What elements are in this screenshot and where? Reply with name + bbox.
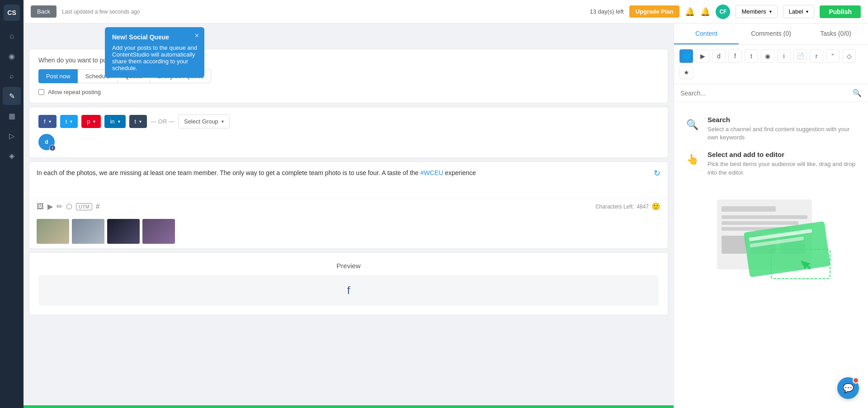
notification-icon[interactable]: 🔔 — [700, 7, 710, 17]
post-card: In each of the photos, we are missing at… — [29, 161, 668, 249]
right-panel: Content Comments (0) Tasks (0/0) 🌐 ▶ d f… — [674, 24, 868, 408]
feature-add-editor: 👆 Select and add to editor Pick the best… — [683, 151, 859, 176]
icon-info[interactable]: i — [777, 49, 791, 63]
icon-flickr[interactable]: ◉ — [761, 49, 774, 63]
icon-document[interactable]: 📄 — [793, 49, 807, 63]
thumb-2[interactable] — [72, 219, 104, 244]
bottom-green-bar — [24, 405, 674, 408]
tooltip-body: Add your posts to the queue and ContentS… — [112, 44, 197, 71]
sidebar-item-publish[interactable]: ▷ — [3, 127, 21, 145]
search-icon[interactable]: 🔍 — [853, 89, 862, 97]
thumb-3[interactable] — [107, 219, 140, 244]
emoji-icon[interactable]: 🙂 — [651, 202, 660, 211]
topbar-left: Back Last updated a few seconds ago — [31, 5, 140, 18]
publish-button[interactable]: Publish — [820, 5, 861, 18]
feature-add-editor-text: Select and add to editor Pick the best i… — [708, 151, 859, 176]
image-icon[interactable]: 🖼 — [37, 203, 44, 211]
right-panel-tabs: Content Comments (0) Tasks (0/0) — [674, 24, 868, 45]
icon-youtube[interactable]: ▶ — [696, 49, 709, 63]
feature-search-title: Search — [708, 116, 859, 123]
feature-add-editor-title: Select and add to editor — [708, 151, 859, 158]
svg-rect-1 — [722, 206, 776, 212]
topbar-right: 13 day(s) left Upgrade Plan 🔔 🔔 CF Membe… — [590, 5, 861, 19]
social-queue-tooltip: × New! Social Queue Add your posts to th… — [105, 27, 204, 78]
chat-fab-button[interactable]: 💬 — [837, 377, 859, 399]
icon-star[interactable]: ★ — [679, 66, 693, 79]
icon-pocket[interactable]: ◇ — [842, 49, 856, 63]
tooltip-close-icon[interactable]: × — [195, 32, 199, 40]
sidebar-item-analytics[interactable]: ◈ — [3, 147, 21, 165]
images-row — [29, 214, 668, 248]
post-text: In each of the photos, we are missing at… — [37, 169, 476, 176]
icon-dailymotion[interactable]: d — [712, 49, 726, 63]
sidebar-item-compose[interactable]: ✎ — [3, 87, 21, 105]
tab-tasks[interactable]: Tasks (0/0) — [803, 24, 868, 44]
thumb-1[interactable] — [37, 219, 69, 244]
allow-repeat-label[interactable]: Allow repeat posting — [38, 89, 659, 95]
account-avatar[interactable]: d f — [38, 134, 55, 150]
main-wrapper: × New! Social Queue Add your posts to th… — [24, 24, 868, 408]
video-icon[interactable]: ▶ — [47, 202, 53, 211]
icon-reddit[interactable]: r — [810, 49, 823, 63]
twitter-button[interactable]: t — [60, 115, 78, 128]
sidebar-item-home[interactable]: ⌂ — [3, 27, 21, 45]
notification-bell-icon[interactable]: 🔔 — [685, 7, 695, 17]
add-editor-icon: 👆 — [683, 151, 701, 169]
social-row: f t p in t — OR — Select Group — [38, 114, 659, 128]
label-button[interactable]: Label — [783, 5, 815, 18]
search-input[interactable] — [680, 90, 849, 97]
post-hashtag: #WCEU — [420, 169, 443, 176]
days-left-text: 13 day(s) left — [590, 8, 623, 15]
logo-text: CS — [7, 9, 16, 16]
social-or-text: — OR — — [151, 118, 175, 125]
upgrade-button[interactable]: Upgrade Plan — [629, 5, 680, 18]
utm-badge[interactable]: UTM — [76, 203, 92, 210]
search-feature-icon: 🔍 — [683, 116, 701, 134]
tab-content[interactable]: Content — [674, 24, 739, 44]
icon-globe[interactable]: 🌐 — [679, 49, 693, 63]
sidebar-logo[interactable]: CS — [4, 5, 20, 21]
svg-rect-3 — [722, 221, 798, 225]
chat-fab-badge — [853, 377, 859, 384]
chars-left-area: Characters Left: 4847 🙂 — [595, 202, 660, 211]
sidebar-item-discover[interactable]: ◉ — [3, 47, 21, 65]
tab-comments[interactable]: Comments (0) — [739, 24, 803, 44]
feature-add-editor-desc: Pick the best items your audience will l… — [708, 160, 859, 176]
content-icons: 🌐 ▶ d f t ◉ i 📄 r " ◇ ★ — [674, 45, 868, 84]
link-icon[interactable]: ⬡ — [66, 202, 72, 211]
topbar: Back Last updated a few seconds ago 13 d… — [24, 0, 868, 24]
content-illustration — [708, 190, 835, 285]
sidebar-item-calendar[interactable]: ▦ — [3, 107, 21, 125]
icon-quote[interactable]: " — [826, 49, 840, 63]
thumb-4[interactable] — [142, 219, 175, 244]
sidebar-item-search[interactable]: ⌕ — [3, 67, 21, 85]
icon-twitter[interactable]: t — [745, 49, 758, 63]
tab-post-now[interactable]: Post now — [38, 69, 78, 83]
facebook-button[interactable]: f — [38, 115, 57, 128]
feature-search: 🔍 Search Select a channel and find conte… — [683, 116, 859, 142]
pinterest-button[interactable]: p — [81, 115, 101, 128]
user-avatar[interactable]: CF — [716, 5, 730, 19]
preview-card: Preview f — [29, 252, 668, 315]
pen-icon[interactable]: ✏ — [57, 202, 62, 211]
tooltip-title: New! Social Queue — [112, 33, 197, 41]
tumblr-button[interactable]: t — [129, 115, 147, 128]
members-button[interactable]: Members — [736, 5, 777, 18]
post-toolbar: 🖼 ▶ ✏ ⬡ UTM # Characters Left: 4847 🙂 — [29, 198, 668, 214]
svg-rect-2 — [722, 215, 807, 219]
refresh-icon[interactable]: ↻ — [654, 168, 660, 178]
allow-repeat-checkbox[interactable] — [38, 89, 44, 95]
post-tools: 🖼 ▶ ✏ ⬡ UTM # — [37, 202, 100, 211]
feature-search-desc: Select a channel and find content sugges… — [708, 125, 859, 142]
search-bar: 🔍 — [674, 84, 868, 102]
select-group-button[interactable]: Select Group — [178, 114, 230, 128]
linkedin-button[interactable]: in — [104, 115, 125, 128]
hashtag-icon[interactable]: # — [96, 203, 100, 211]
sidebar: CS ⌂ ◉ ⌕ ✎ ▦ ▷ ◈ — [0, 0, 24, 408]
post-text-area: In each of the photos, we are missing at… — [29, 162, 668, 198]
icon-facebook[interactable]: f — [728, 49, 742, 63]
chars-left-value: 4847 — [637, 204, 649, 210]
content-body: 🔍 Search Select a channel and find conte… — [674, 102, 868, 408]
back-button[interactable]: Back — [31, 5, 57, 18]
social-accounts-card: f t p in t — OR — Select Group — [29, 107, 668, 158]
